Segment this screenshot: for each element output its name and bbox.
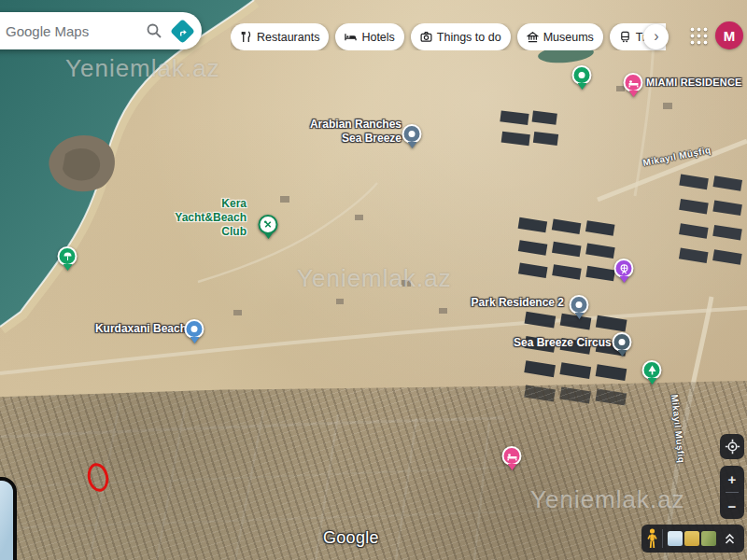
beach-icon: [63, 252, 72, 261]
camera-icon: [420, 31, 432, 43]
sports-club-icon: [263, 219, 274, 230]
zoom-in-button[interactable]: +: [720, 469, 744, 489]
category-chips: Restaurants Hotels Things to do Museums …: [231, 23, 666, 50]
restaurant-icon: [240, 31, 252, 43]
chip-label: Hotels: [361, 31, 394, 44]
pin-miami-residence[interactable]: [624, 73, 643, 97]
hotel-icon: [345, 31, 357, 43]
my-location-button[interactable]: [720, 434, 744, 459]
search-button[interactable]: [140, 17, 168, 45]
pin-beach-west[interactable]: [58, 246, 78, 271]
poi-dot-icon: [576, 301, 583, 308]
label-kera-club[interactable]: Kera Yacht&Beach Club: [172, 197, 247, 239]
my-location-icon: [725, 439, 740, 455]
pin-kera-club[interactable]: [259, 215, 278, 239]
watermark: Yeniemlak.az: [530, 485, 685, 514]
pin-park-residence[interactable]: [570, 295, 589, 319]
pin-kurdaxani-beach[interactable]: [185, 319, 204, 343]
pin-park-tree[interactable]: [642, 360, 662, 385]
label-line: Club: [172, 225, 247, 239]
watermark: Yeniemlak.az: [65, 54, 220, 83]
directions-button[interactable]: [168, 17, 196, 45]
chip-label: Museums: [543, 31, 594, 44]
label-miami-residence[interactable]: MIAMI RESIDENCE: [646, 76, 742, 90]
museum-icon: [527, 31, 539, 43]
lodging-icon: [506, 452, 517, 461]
street-view-bar: [641, 525, 744, 553]
apps-grid-icon[interactable]: [689, 26, 709, 46]
pegman-icon[interactable]: [646, 528, 658, 549]
search-input[interactable]: [4, 22, 140, 40]
label-sea-breeze-circus[interactable]: Sea Breeze Circus: [514, 336, 607, 350]
collapse-chevrons-icon[interactable]: [724, 531, 736, 546]
lodging-icon: [627, 78, 639, 88]
chip-hotels[interactable]: Hotels: [335, 23, 403, 50]
avatar[interactable]: M: [715, 21, 743, 49]
photo-inset-corner[interactable]: [0, 477, 17, 560]
chip-label: Things to do: [437, 31, 501, 44]
layer-thumbnail-sand[interactable]: [684, 531, 699, 546]
chip-restaurants[interactable]: Restaurants: [231, 23, 329, 50]
chip-museums[interactable]: Museums: [517, 23, 603, 50]
transit-icon: [619, 31, 631, 43]
label-line: Sea Breeze: [308, 132, 402, 146]
label-line: Kera: [172, 197, 247, 211]
more-categories-button[interactable]: ›: [643, 24, 669, 49]
chip-things-to-do[interactable]: Things to do: [411, 23, 511, 50]
layer-thumbnail-sky[interactable]: [668, 531, 683, 546]
tree-icon: [647, 365, 656, 376]
chip-label: Restaurants: [257, 31, 319, 44]
poi-dot-icon: [409, 131, 416, 137]
search-icon: [146, 22, 162, 39]
pin-attraction[interactable]: [614, 259, 634, 283]
zoom-divider: [726, 492, 739, 493]
label-arabian-ranches[interactable]: Arabian Ranches Sea Breeze: [308, 118, 402, 146]
ferris-wheel-icon: [618, 263, 629, 274]
directions-icon: [170, 19, 195, 44]
poi-dot-icon: [619, 339, 626, 345]
pin-lodging-south[interactable]: [502, 446, 522, 470]
layer-thumbnail-green[interactable]: [701, 531, 716, 546]
pin-park-north[interactable]: [572, 65, 592, 90]
zoom-control: + −: [720, 466, 744, 519]
label-line: Arabian Ranches: [308, 118, 402, 132]
watermark: Yeniemlak.az: [297, 264, 452, 293]
search-bar: [0, 12, 202, 49]
google-maps-app: Yeniemlak.az Yeniemlak.az Yeniemlak.az M…: [0, 0, 747, 560]
pin-sea-breeze-circus[interactable]: [613, 332, 632, 357]
google-logo: Google: [323, 528, 379, 548]
label-kurdaxani-beach[interactable]: Kurdaxani Beach: [93, 322, 187, 336]
zoom-out-button[interactable]: −: [720, 496, 744, 516]
bar-divider: [662, 529, 663, 548]
poi-dot-icon: [191, 326, 198, 332]
label-line: Yacht&Beach: [172, 211, 247, 225]
label-park-residence[interactable]: Park Residence 2: [471, 296, 564, 310]
poi-dot-icon: [579, 72, 585, 78]
pin-arabian-ranches[interactable]: [402, 124, 422, 148]
